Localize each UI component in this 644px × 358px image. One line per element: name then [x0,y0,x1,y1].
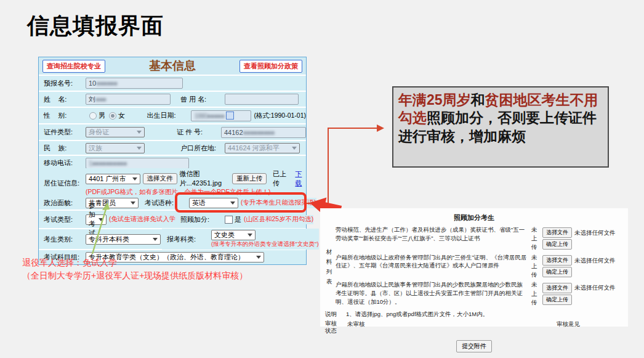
audit-status-label: 审核状态 [325,320,341,335]
material-status: 未上传 [531,253,540,280]
material-status: 未上传 [531,226,540,252]
examtype-select[interactable]: 参加考试 [86,214,107,225]
material-text: 户籍所在地地级以上政府侨务管理部门出具的“三侨生”证明、《台湾居民居住证》、五年… [336,253,531,280]
gender-male-radio[interactable] [89,112,97,120]
gender-label: 性 别: [44,111,86,120]
panel-note-text: 1、请选择jpg、png或者pdf格式图片文件，大小1M内。 [346,310,488,319]
idno-input[interactable]: 44162 ●●●●●●●●● [221,127,306,138]
confirm-upload-button[interactable]: 确定上传 [542,295,572,305]
no-file-text: 未选择任何文件 [574,229,616,237]
bonus-checkbox[interactable] [225,216,233,224]
chevron-down-icon [132,177,137,181]
idno-visible: 44162 [224,129,243,136]
examtype-label: 考试类型: [44,215,86,224]
bonus-label: 照顾加分: [180,215,225,224]
material-status: 未上传 [531,280,540,307]
chevron-down-icon [292,147,297,150]
annotation-connector-arrowhead-icon [377,124,384,132]
name-visible: 刘 [89,95,95,104]
residence-note: (PDF或JPG格式，如有多张图片，合并为一个PDF文件后上传！) [86,188,306,197]
former-name-label: 曾 用 名: [180,95,225,104]
row-prereg: 预报名号: 10 ●●●●●● [39,76,306,91]
language-label: 考试语种: [145,198,189,208]
name-masked: ●●● [95,96,106,103]
idtype-select[interactable]: 身份证 [86,127,145,137]
nation-label: 民 族: [44,144,86,153]
chevron-down-icon [99,218,103,221]
examinee-cat-value: 专科升本科类 [89,235,129,244]
row-gender-birth: 性 别: 男 女 出生日期: 1990 ●●●●● (格式:1990-01-01… [39,108,306,123]
birth-masked: ●●●●● [207,112,224,120]
hukou-select[interactable]: 441624 河源和平 [225,143,300,153]
language-value: 英语 [192,198,206,208]
examtype-note: (免试生请选择免试入学) [109,215,178,224]
chevron-down-icon [137,131,142,134]
submit-attachment-button[interactable]: 提交附件 [456,340,492,352]
phone-masked: ●●●●●●●●●● [92,160,126,167]
annotation-black-1: 和 [471,92,485,108]
language-select[interactable]: 英语 [189,198,238,208]
apply-cat-label: 报考科类: [167,235,211,244]
nation-select[interactable]: 汉族 [86,143,145,153]
page-title: 信息填报界面 [27,11,164,41]
residence-label: 居住证信息: [44,179,86,188]
audit-row: 审核状态 未审核 审核意见 [325,320,623,335]
confirm-upload-button[interactable]: 确定上传 [542,267,572,277]
prereg-label: 预报名号: [44,79,86,88]
material-row: 户籍所在地地级以上政府侨务管理部门出具的“三侨生”证明、《台湾居民居住证》、五年… [336,253,629,280]
chevron-down-icon [248,234,252,237]
bonus-note: (山区县和25岁不用勾选) [244,215,313,224]
row-idtype-idno: 证件类型: 身份证 证 件 号: 44162 ●●●●●●●●● [39,124,306,140]
phone-input[interactable]: 1 ●●●●●●●●●● [86,158,189,169]
birth-visible: 1990 [194,112,206,120]
chevron-down-icon [153,238,158,241]
row-political-language: 政治面貌: 共青团员 考试语种: 英语 (专升本考生只能选报英语) [39,196,306,210]
political-label: 政治面貌: [44,198,86,208]
annotation-red-1: 年满25周岁 [398,92,471,108]
idno-masked: ●●●●●●●●● [243,129,275,136]
panel-note-row: 说明 1、请选择jpg、png或者pdf格式图片文件，大小1M内。 [325,310,623,319]
row-name: 姓 名: 刘 ●●● 曾 用 名: [39,92,306,107]
no-file-text: 未选择任何文件 [574,283,616,292]
bonus-checkbox-label: 是 [235,215,241,224]
query-colleges-button[interactable]: 查询招生院校专业 [42,60,105,73]
annotation-black-2: 照顾加分，否则要上传证件进行审核，增加麻烦 [398,110,597,144]
residence-reupload-button[interactable]: 重新上传 [232,173,267,184]
choose-file-button[interactable]: 选择文件 [542,255,572,266]
view-policy-button[interactable]: 查看照顾加分政策 [239,60,302,73]
calendar-icon[interactable] [226,112,234,120]
prereg-input[interactable]: 10 ●●●●●● [86,78,183,89]
basic-info-form: 查询招生院校专业 基本信息 查看照顾加分政策 预报名号: 10 ●●●●●● 姓… [38,57,307,265]
idtype-label: 证件类型: [44,128,86,137]
form-title: 基本信息 [105,58,239,74]
bonus-panel: 照顾加分考生 材料列表 劳动模范、先进生产（工作）者及科技进步（成果）奖获证书、… [320,208,628,327]
row-residence: 居住证信息: 4401 广州市 选择文件 微信图片...42351.jpg 重新… [39,171,306,195]
name-input[interactable]: 刘 ●●● [86,94,171,105]
confirm-upload-button[interactable]: 确定上传 [542,239,572,250]
annotation-box: 年满25周岁和贫困地区考生不用勾选照顾加分，否则要上传证件进行审核，增加麻烦 [392,86,609,168]
nation-value: 汉族 [89,144,102,153]
material-text: 户籍所在地地级以上民族事务管理部门出具的少数民族聚居地的少数民族考生证明等。县（… [336,280,531,307]
gender-female-label: 女 [118,111,125,120]
material-row: 劳动模范、先进生产（工作）者及科技进步（成果）奖获证书、省级“五一劳动奖章”“新… [336,226,629,252]
row-examinee-apply: 考生类别: 专科升本科类 报考科类: 文史类 (报考专升本的外语类专业请选择"文… [39,229,306,249]
examinee-cat-select[interactable]: 专科升本科类 [86,234,161,245]
birth-label: 出生日期: [147,111,191,120]
chevron-down-icon [131,201,135,205]
former-name-input[interactable] [225,94,299,105]
row-examtype-bonus: 考试类型: 参加考试 (免试生请选择免试入学) 照顾加分: 是 (山区县和25岁… [39,211,306,228]
veteran-note-line1: 退役军人选择：免试入学 [22,256,248,269]
idtype-value: 身份证 [89,128,109,137]
gender-male-label: 男 [99,111,105,120]
residence-choose-file-button[interactable]: 选择文件 [143,173,177,184]
apply-cat-select[interactable]: 文史类 [211,230,256,240]
panel-note-label: 说明 [325,310,346,319]
gender-female-radio[interactable] [109,112,116,120]
residence-city-select[interactable]: 4401 广州市 [86,174,140,184]
choose-file-button[interactable]: 选择文件 [542,227,572,238]
choose-file-button[interactable]: 选择文件 [542,283,572,293]
residence-uploaded-status: 已上传 [273,169,289,188]
no-file-text: 未选择任何文件 [574,256,616,265]
birth-input[interactable]: 1990 ●●●●● [191,110,251,121]
residence-download-link[interactable]: 下载 [295,169,306,188]
